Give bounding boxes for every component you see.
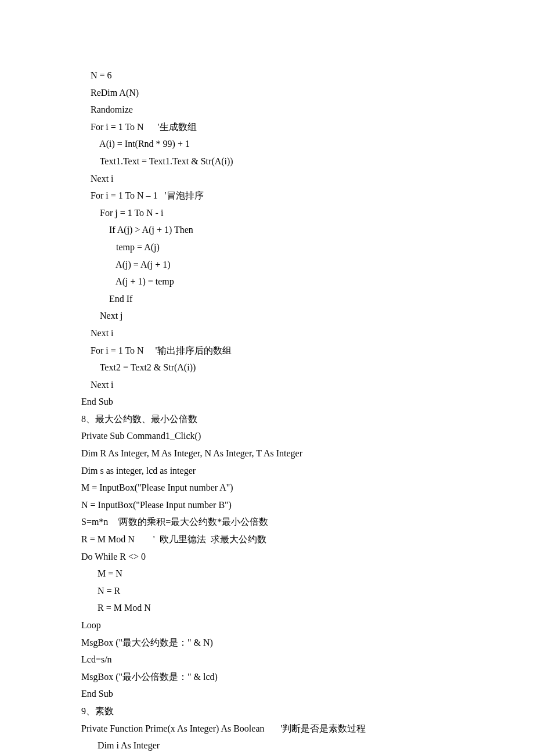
code-line: For j = 1 To N - i [81,204,453,222]
code-line: For i = 1 To N – 1 '冒泡排序 [81,187,453,204]
code-line: N = R [81,582,453,600]
code-line: Next i [81,325,453,342]
code-line: MsgBox ("最大公约数是：" & N) [81,634,453,651]
code-line: For i = 1 To N '生成数组 [81,118,453,136]
code-line: Next j [81,307,453,325]
code-line: A(i) = Int(Rnd * 99) + 1 [81,135,453,153]
code-line: If A(j) > A(j + 1) Then [81,221,453,239]
code-line: A(j) = A(j + 1) [81,256,453,273]
code-line: End If [81,290,453,308]
code-line: Dim s as integer, lcd as integer [81,462,453,480]
code-line: End Sub [81,685,453,703]
code-line: temp = A(j) [81,239,453,256]
code-line: Next i [81,170,453,188]
code-line: A(j + 1) = temp [81,273,453,290]
code-line: Next i [81,376,453,394]
code-line: Dim i As Integer [81,737,453,754]
code-line: N = InputBox("Please Input number B") [81,496,453,514]
code-line: Text1.Text = Text1.Text & Str(A(i)) [81,153,453,170]
code-line: Lcd=s/n [81,651,453,668]
code-line: Private Sub Command1_Click() [81,427,453,445]
code-line: M = N [81,565,453,582]
code-line: R = M Mod N ' 欧几里德法 求最大公约数 [81,531,453,548]
code-line: For i = 1 To N '输出排序后的数组 [81,342,453,359]
code-line: Loop [81,617,453,634]
code-line: Dim R As Integer, M As Integer, N As Int… [81,445,453,462]
code-block: N = 6 ReDim A(N) Randomize For i = 1 To … [81,67,453,756]
code-line: N = 6 [81,67,453,84]
code-line: Text2 = Text2 & Str(A(i)) [81,359,453,376]
code-line: Randomize [81,101,453,118]
code-line: M = InputBox("Please Input number A") [81,479,453,496]
document-page: N = 6 ReDim A(N) Randomize For i = 1 To … [81,67,453,756]
code-line: S=m*n '两数的乘积=最大公约数*最小公倍数 [81,513,453,531]
code-line: R = M Mod N [81,599,453,617]
code-line: Private Function Prime(x As Integer) As … [81,720,453,737]
code-line: 9、素数 [81,703,453,720]
code-line: 8、最大公约数、最小公倍数 [81,411,453,428]
code-line: MsgBox ("最小公倍数是：" & lcd) [81,668,453,686]
code-line: End Sub [81,393,453,411]
code-line: ReDim A(N) [81,84,453,102]
code-line: Do While R <> 0 [81,548,453,566]
